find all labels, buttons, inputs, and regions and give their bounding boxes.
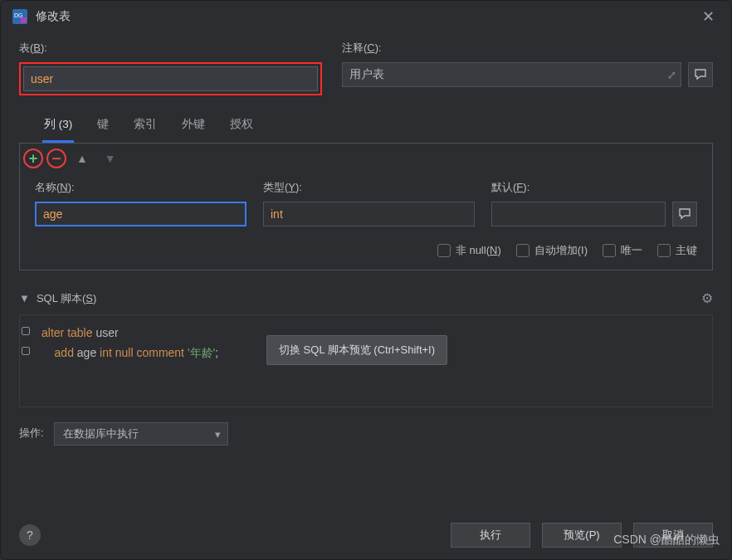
title-bar: DG 修改表 ✕ (1, 1, 731, 32)
unique-check[interactable]: 唯一 (603, 243, 642, 258)
comment-edit-button[interactable] (688, 62, 713, 87)
tab-keys[interactable]: 键 (95, 112, 110, 143)
add-column-icon[interactable]: + (29, 151, 38, 166)
tab-foreign-keys[interactable]: 外键 (180, 112, 207, 143)
col-type-label: 类型(Y): (263, 180, 475, 195)
notnull-check[interactable]: 非 null(N) (437, 243, 501, 258)
col-type-input[interactable] (263, 202, 475, 226)
ops-label: 操作: (19, 426, 44, 441)
col-default-label: 默认(F): (491, 180, 697, 195)
table-name-input[interactable] (23, 66, 318, 91)
tab-indexes[interactable]: 索引 (132, 112, 159, 143)
cancel-button[interactable]: 取消 (633, 523, 713, 548)
col-name-label: 名称(N): (35, 180, 246, 195)
chevron-down-icon: ▾ (215, 428, 221, 441)
tab-grants[interactable]: 授权 (228, 112, 255, 143)
col-comment-button[interactable] (672, 202, 697, 226)
expand-icon[interactable]: ⤢ (667, 69, 676, 81)
editor-gutter (22, 322, 33, 407)
remove-column-highlight: − (46, 149, 66, 168)
tooltip: 切换 SQL 脚本预览 (Ctrl+Shift+I) (266, 335, 447, 365)
close-icon[interactable]: ✕ (697, 4, 720, 29)
collapse-icon[interactable]: ▼ (19, 292, 30, 304)
app-icon: DG (12, 9, 27, 24)
comment-input[interactable] (342, 62, 681, 87)
move-up-icon[interactable]: ▲ (70, 152, 95, 165)
ops-select[interactable]: 在数据库中执行▾ (54, 422, 228, 446)
col-name-input[interactable] (35, 202, 246, 226)
help-button[interactable]: ? (19, 524, 41, 546)
autoinc-check[interactable]: 自动增加(I) (516, 243, 588, 258)
table-name-highlight (19, 62, 322, 95)
execute-button[interactable]: 执行 (451, 523, 530, 548)
tab-columns[interactable]: 列 (3) (42, 112, 74, 143)
move-down-icon: ▼ (98, 152, 123, 165)
add-column-highlight: + (23, 149, 43, 168)
tab-bar: 列 (3) 键 索引 外键 授权 (19, 112, 713, 143)
sql-section-header[interactable]: ▼ SQL 脚本(S) ⚙ (19, 287, 713, 309)
window-title: 修改表 (36, 9, 71, 24)
remove-column-icon[interactable]: − (51, 150, 61, 167)
columns-toolbar: + − ▲ ▼ (20, 144, 712, 173)
columns-panel: + − ▲ ▼ 名称(N): 类型(Y): 默认(F): (19, 143, 713, 270)
table-label: 表(B): (19, 41, 322, 56)
gear-icon[interactable]: ⚙ (701, 290, 713, 306)
svg-text:DG: DG (14, 12, 23, 18)
pk-check[interactable]: 主键 (657, 243, 697, 258)
preview-button[interactable]: 预览(P) (542, 523, 622, 548)
svg-rect-2 (21, 17, 27, 23)
col-default-input[interactable] (491, 202, 666, 226)
comment-label: 注释(C): (342, 41, 713, 56)
